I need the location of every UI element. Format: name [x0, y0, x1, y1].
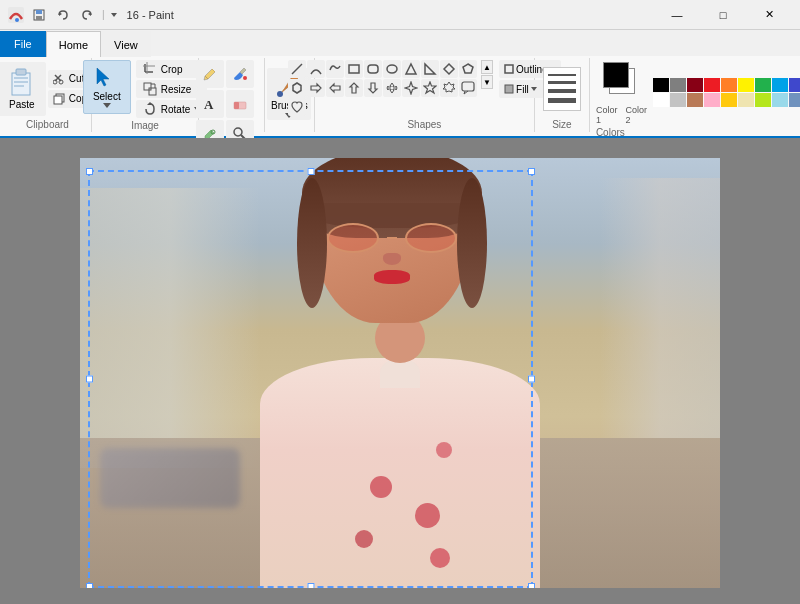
size-selector[interactable]	[543, 67, 581, 111]
four-arrow-shape[interactable]	[383, 79, 401, 97]
color-darkred[interactable]	[687, 78, 703, 92]
pencil-tool[interactable]	[196, 60, 224, 88]
flower-5	[436, 442, 452, 458]
color-orange[interactable]	[721, 78, 737, 92]
svg-rect-55	[462, 82, 474, 91]
color-gray[interactable]	[670, 78, 686, 92]
color-white[interactable]	[653, 93, 669, 107]
shapes-scroll-up[interactable]: ▲	[481, 60, 493, 74]
paste-button[interactable]: Paste	[0, 62, 46, 116]
title-bar: | 16 - Paint — □ ✕	[0, 0, 800, 30]
tab-home[interactable]: Home	[46, 31, 101, 57]
undo-qat-button[interactable]	[52, 4, 74, 26]
palette-row-1	[653, 78, 800, 92]
ellipse-shape[interactable]	[383, 60, 401, 78]
color-cream[interactable]	[738, 93, 754, 107]
canvas-area[interactable]	[0, 138, 800, 604]
save-qat-button[interactable]	[28, 4, 50, 26]
color-blue[interactable]	[772, 78, 788, 92]
hexagon-shape[interactable]	[288, 79, 306, 97]
color-palette-grid	[653, 78, 800, 107]
app-icon-area	[8, 7, 24, 23]
star6-shape[interactable]	[440, 79, 458, 97]
color-lightgray[interactable]	[670, 93, 686, 107]
quick-access-toolbar: |	[28, 4, 119, 26]
colors-label: Colors	[596, 127, 625, 138]
shapes-row-3	[288, 98, 477, 116]
select-dropdown-icon	[103, 103, 111, 108]
svg-rect-10	[14, 77, 28, 79]
rectangle-shape[interactable]	[345, 60, 363, 78]
rounded-rect-shape[interactable]	[364, 60, 382, 78]
svg-marker-53	[424, 82, 436, 93]
crop-label: Crop	[161, 64, 183, 75]
shapes-row-2	[288, 79, 477, 97]
color-green[interactable]	[755, 78, 771, 92]
line-shape[interactable]	[288, 60, 306, 78]
svg-rect-12	[14, 85, 24, 87]
car-left	[100, 448, 240, 508]
color-indigo[interactable]	[789, 78, 800, 92]
title-text: 16 - Paint	[127, 9, 174, 21]
svg-rect-41	[368, 65, 378, 73]
freeform-shape[interactable]	[326, 60, 344, 78]
maximize-button[interactable]: □	[700, 0, 746, 30]
svg-text:A: A	[204, 97, 214, 112]
callout-shape[interactable]	[459, 79, 477, 97]
clipboard-label: Clipboard	[26, 119, 69, 130]
size-line-2	[548, 81, 576, 84]
left-arrow-shape[interactable]	[326, 79, 344, 97]
close-button[interactable]: ✕	[746, 0, 792, 30]
color-lime[interactable]	[755, 93, 771, 107]
size-group: Size	[535, 58, 590, 132]
svg-marker-6	[88, 12, 91, 16]
fill-tool[interactable]	[226, 60, 254, 88]
svg-point-35	[234, 128, 242, 136]
color-red[interactable]	[704, 78, 720, 92]
flower-3	[355, 530, 373, 548]
star5-shape[interactable]	[421, 79, 439, 97]
color-black[interactable]	[653, 78, 669, 92]
svg-rect-33	[234, 102, 239, 109]
triangle-shape[interactable]	[402, 60, 420, 78]
flower-4	[370, 476, 392, 498]
color-pink[interactable]	[704, 93, 720, 107]
select-button[interactable]: Select	[83, 60, 131, 114]
fill-bucket-icon	[504, 84, 514, 94]
right-triangle-shape[interactable]	[421, 60, 439, 78]
svg-rect-25	[149, 88, 156, 95]
shapes-scroll-down[interactable]: ▼	[481, 75, 493, 89]
right-arrow-shape[interactable]	[307, 79, 325, 97]
diamond-shape[interactable]	[440, 60, 458, 78]
rotate-label: Rotate	[161, 104, 190, 115]
redo-qat-button[interactable]	[76, 4, 98, 26]
svg-marker-28	[147, 102, 153, 105]
heart-shape[interactable]	[288, 98, 306, 116]
flower-2	[415, 503, 440, 528]
color-brown[interactable]	[687, 93, 703, 107]
canvas-image[interactable]	[80, 158, 720, 588]
star4-shape[interactable]	[402, 79, 420, 97]
eraser-tool[interactable]	[226, 90, 254, 118]
pentagon-shape[interactable]	[459, 60, 477, 78]
outline-icon	[504, 64, 514, 74]
paint-icon	[8, 7, 24, 23]
minimize-button[interactable]: —	[654, 0, 700, 30]
color-gold[interactable]	[721, 93, 737, 107]
color-lightblue[interactable]	[772, 93, 788, 107]
crop-icon	[143, 62, 157, 76]
color1-area: Color 1 Color 2	[596, 60, 647, 125]
up-arrow-shape[interactable]	[345, 79, 363, 97]
color1-preview[interactable]	[603, 62, 629, 88]
down-arrow-shape[interactable]	[364, 79, 382, 97]
tab-view[interactable]: View	[101, 31, 151, 57]
color1-label: Color 1	[596, 105, 618, 125]
color-steel[interactable]	[789, 93, 800, 107]
text-tool[interactable]: A	[196, 90, 224, 118]
tools-group: A	[199, 58, 265, 132]
svg-marker-46	[463, 64, 473, 73]
svg-marker-51	[369, 83, 377, 93]
color-yellow[interactable]	[738, 78, 754, 92]
tab-file[interactable]: File	[0, 31, 46, 57]
curve-shape[interactable]	[307, 60, 325, 78]
